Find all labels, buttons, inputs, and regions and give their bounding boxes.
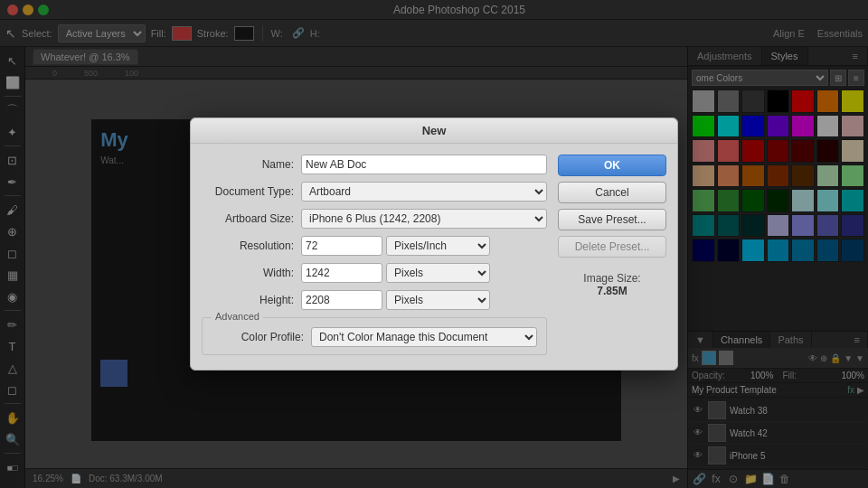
dialog-overlay: New Name: Document Type: Artboard US Pap… xyxy=(0,0,868,488)
resolution-row: Resolution: Pixels/Inch Pixels/Centimete… xyxy=(202,236,547,256)
ok-button[interactable]: OK xyxy=(558,155,666,176)
resolution-unit-dropdown[interactable]: Pixels/Inch Pixels/Centimeter xyxy=(386,236,490,256)
height-row: Height: Pixels Inches Centimeters xyxy=(202,290,547,310)
advanced-group: Advanced Color Profile: Don't Color Mana… xyxy=(202,317,547,355)
height-input[interactable] xyxy=(301,290,382,310)
doc-type-label: Document Type: xyxy=(202,185,301,198)
resolution-input[interactable] xyxy=(301,236,382,256)
width-row: Width: Pixels Inches Centimeters xyxy=(202,263,547,283)
delete-preset-button[interactable]: Delete Preset... xyxy=(558,236,666,258)
image-size-value: 7.85M xyxy=(558,285,666,297)
width-input[interactable] xyxy=(301,263,382,283)
doc-type-dropdown[interactable]: Artboard US Paper International Paper Ph… xyxy=(301,182,547,202)
save-preset-button[interactable]: Save Preset... xyxy=(558,209,666,230)
color-profile-row: Color Profile: Don't Color Manage this D… xyxy=(212,327,537,347)
color-profile-label: Color Profile: xyxy=(212,331,311,343)
name-input[interactable] xyxy=(301,155,547,174)
dialog-buttons: OK Cancel Save Preset... Delete Preset..… xyxy=(558,155,666,355)
artboard-size-row: Artboard Size: iPhone 6 Plus (1242, 2208… xyxy=(202,209,547,229)
resolution-label: Resolution: xyxy=(202,239,301,252)
name-label: Name: xyxy=(202,158,301,171)
artboard-size-dropdown[interactable]: iPhone 6 Plus (1242, 2208) iPhone 6 (750… xyxy=(301,209,547,229)
height-unit-dropdown[interactable]: Pixels Inches Centimeters xyxy=(386,290,490,310)
image-size-box: Image Size: 7.85M xyxy=(558,263,666,297)
new-document-dialog: New Name: Document Type: Artboard US Pap… xyxy=(190,117,678,371)
color-profile-dropdown[interactable]: Don't Color Manage this Document sRGB IE… xyxy=(311,327,537,347)
artboard-size-label: Artboard Size: xyxy=(202,212,301,225)
dialog-title-bar: New xyxy=(191,118,677,144)
advanced-legend: Advanced xyxy=(212,311,263,322)
width-unit-dropdown[interactable]: Pixels Inches Centimeters xyxy=(386,263,490,283)
dialog-body: Name: Document Type: Artboard US Paper I… xyxy=(191,144,677,355)
dialog-title: New xyxy=(422,124,447,137)
width-label: Width: xyxy=(202,267,301,279)
image-size-label: Image Size: xyxy=(558,272,666,285)
name-row: Name: xyxy=(202,155,547,174)
height-label: Height: xyxy=(202,294,301,306)
cancel-button[interactable]: Cancel xyxy=(558,182,666,203)
dialog-fields: Name: Document Type: Artboard US Paper I… xyxy=(202,155,547,355)
doc-type-row: Document Type: Artboard US Paper Interna… xyxy=(202,182,547,202)
